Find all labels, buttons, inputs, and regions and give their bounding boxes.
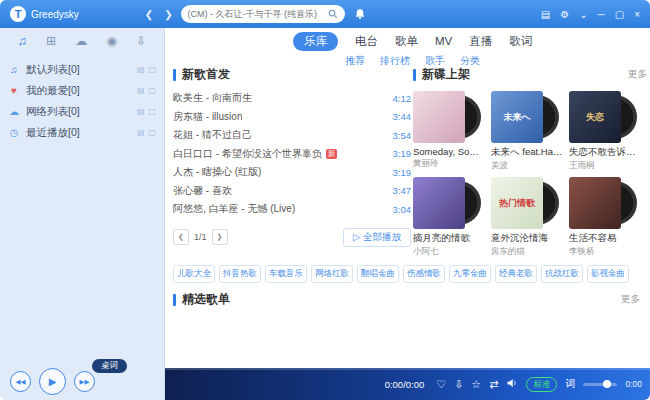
playlist-close-icon[interactable]: ▢ — [148, 65, 156, 74]
back-icon[interactable]: ❮ — [145, 9, 153, 20]
page-prev-button[interactable]: ❮ — [173, 229, 189, 245]
radio-tab-icon[interactable]: ◉ — [106, 34, 116, 48]
album-cover-wrap — [413, 177, 485, 229]
category-tag-button[interactable]: 抗战红歌 — [541, 265, 583, 283]
close-icon[interactable]: × — [634, 9, 640, 20]
search-input[interactable] — [188, 9, 328, 19]
song-row[interactable]: 花姐 - 猜不过自己3:54 — [173, 126, 411, 145]
albums-more-link[interactable]: 更多 — [628, 68, 647, 81]
album-card[interactable]: 生活不容易李铁桥 — [569, 177, 644, 258]
device-tab-icon[interactable]: ⊞ — [46, 34, 56, 48]
category-tag-button[interactable]: 九零金曲 — [449, 265, 491, 283]
album-cover[interactable] — [569, 177, 621, 229]
page-next-button[interactable]: ❯ — [212, 229, 228, 245]
playlist-close-icon[interactable]: ▢ — [148, 86, 156, 95]
tab-歌单[interactable]: 歌单 — [395, 34, 418, 49]
search-icon[interactable] — [328, 9, 338, 19]
category-tag-row: 儿歌大全抖音热歌车载音乐网络红歌翻唱金曲伤感情歌九零金曲经典老歌抗战红歌影视金曲 — [173, 265, 646, 283]
playlist-share-icon[interactable]: ▤ — [137, 128, 145, 137]
category-tag-button[interactable]: 儿歌大全 — [173, 265, 215, 283]
playlist-close-icon[interactable]: ▢ — [148, 107, 156, 116]
category-tag-button[interactable]: 车载音乐 — [265, 265, 307, 283]
song-row[interactable]: 房东猫 - illusion3:44 — [173, 108, 411, 127]
sidebar-playlist-item[interactable]: ♫默认列表[0]▤▢ — [0, 59, 164, 80]
sidebar-playlist-item[interactable]: ☁网络列表[0]▤▢ — [0, 101, 164, 122]
playlist-item-actions: ▤▢ — [137, 65, 156, 74]
song-row[interactable]: 阿悠悠, 白羊座 - 无憾 (Live)3:04 — [173, 200, 411, 219]
new-albums-title: 新碟上架 — [422, 66, 470, 83]
volume-speaker-icon[interactable] — [506, 377, 518, 391]
song-list: 欧美生 - 向南而生4:12房东猫 - illusion3:44花姐 - 猜不过… — [173, 89, 411, 219]
music-player-window: T Greedysky ❮ ❯ ▤⚙⌄─▢× ♫⊞☁◉⇩ ♫默认列表[0]▤▢♥… — [0, 0, 650, 400]
album-cover[interactable]: 热门情歌 — [491, 177, 543, 229]
play-button[interactable]: ▶ — [39, 368, 66, 395]
star-icon[interactable]: ☆ — [471, 378, 481, 391]
forward-icon[interactable]: ❯ — [164, 9, 172, 20]
notification-bell-icon[interactable] — [354, 8, 366, 20]
category-tag-button[interactable]: 影视金曲 — [587, 265, 629, 283]
new-songs-title: 新歌首发 — [182, 66, 230, 83]
app-logo: T — [10, 6, 26, 22]
song-row[interactable]: 白日口口 - 希望你没这个世界辜负新3:19 — [173, 145, 411, 164]
section-marker — [173, 294, 176, 306]
album-card[interactable]: Someday, Som...黄丽玲 — [413, 91, 488, 172]
tab-歌词[interactable]: 歌词 — [509, 34, 532, 49]
settings-icon[interactable]: ⚙ — [560, 9, 569, 20]
previous-track-button[interactable]: ◀◀ — [10, 371, 31, 392]
album-grid: Someday, Som...黄丽玲未来へ未来へ feat.Hat...美波失恋… — [413, 91, 647, 258]
song-row[interactable]: 欧美生 - 向南而生4:12 — [173, 89, 411, 108]
album-card[interactable]: 失恋失恋不敢告诉身...王雨桐 — [569, 91, 644, 172]
download-tab-icon[interactable]: ⇩ — [136, 34, 146, 48]
quality-badge[interactable]: 标准 — [526, 377, 557, 392]
album-cover[interactable] — [413, 91, 465, 143]
sidebar-playlist-item[interactable]: ◷最近播放[0]▤▢ — [0, 122, 164, 143]
download-icon[interactable]: ⇩ — [454, 378, 463, 391]
volume-slider[interactable] — [583, 383, 617, 386]
album-cover[interactable]: 未来へ — [491, 91, 543, 143]
local-music-tab-icon[interactable]: ♫ — [18, 34, 27, 48]
category-tag-button[interactable]: 网络红歌 — [311, 265, 353, 283]
menu-icon[interactable]: ⌄ — [579, 9, 587, 20]
song-row[interactable]: 张心馨 - 喜欢3:47 — [173, 182, 411, 201]
playlists-more-link[interactable]: 更多 — [621, 293, 640, 306]
featured-playlists-title: 精选歌单 — [182, 291, 230, 308]
song-duration: 3:19 — [393, 148, 412, 159]
album-cover[interactable]: 失恋 — [569, 91, 621, 143]
tab-MV[interactable]: MV — [435, 35, 452, 47]
album-title: 摘月亮的情歌 — [413, 232, 485, 245]
tab-直播[interactable]: 直播 — [469, 34, 492, 49]
play-mode-shuffle-icon[interactable]: ⇄ — [489, 378, 498, 391]
album-card[interactable]: 未来へ未来へ feat.Hat...美波 — [491, 91, 566, 172]
playlist-share-icon[interactable]: ▤ — [137, 107, 145, 116]
playlist-close-icon[interactable]: ▢ — [148, 128, 156, 137]
category-tag-button[interactable]: 翻唱金曲 — [357, 265, 399, 283]
album-card[interactable]: 热门情歌意外沉沦情海房东的猫 — [491, 177, 566, 258]
play-all-button[interactable]: ▷ 全部播放 — [343, 228, 411, 247]
maximize-icon[interactable]: ▢ — [615, 9, 624, 20]
album-card[interactable]: 摘月亮的情歌小阿七 — [413, 177, 488, 258]
album-title: 未来へ feat.Hat... — [491, 146, 563, 159]
playlist-item-label: 我的最爱[0] — [26, 84, 80, 98]
sidebar-playlist-item[interactable]: ♥我的最爱[0]▤▢ — [0, 80, 164, 101]
playlist-item-icon: ☁ — [8, 106, 20, 117]
category-tag-button[interactable]: 伤感情歌 — [403, 265, 445, 283]
volume-slider-handle[interactable] — [603, 380, 611, 388]
skin-icon[interactable]: ▤ — [541, 9, 550, 20]
tab-乐库[interactable]: 乐库 — [293, 32, 338, 51]
desktop-lyric-toggle[interactable]: 桌词 — [92, 359, 127, 373]
main-content: 乐库电台歌单MV直播歌词 推荐排行榜歌手分类 新歌首发 欧美生 - 向南而生4:… — [165, 28, 650, 368]
tab-电台[interactable]: 电台 — [355, 34, 378, 49]
playlist-share-icon[interactable]: ▤ — [137, 86, 145, 95]
album-cover-wrap: 未来へ — [491, 91, 563, 143]
playlist-share-icon[interactable]: ▤ — [137, 65, 145, 74]
search-box[interactable] — [181, 5, 345, 23]
song-row[interactable]: 人杰 - 瞎操心 (红版)3:19 — [173, 163, 411, 182]
album-cover[interactable] — [413, 177, 465, 229]
minimize-icon[interactable]: ─ — [598, 9, 605, 20]
lyric-button[interactable]: 词 — [565, 377, 575, 391]
next-track-button[interactable]: ▶▶ — [74, 371, 95, 392]
category-tag-button[interactable]: 经典老歌 — [495, 265, 537, 283]
category-tag-button[interactable]: 抖音热歌 — [219, 265, 261, 283]
favorite-heart-icon[interactable]: ♡ — [436, 378, 446, 391]
cloud-tab-icon[interactable]: ☁ — [75, 34, 87, 48]
